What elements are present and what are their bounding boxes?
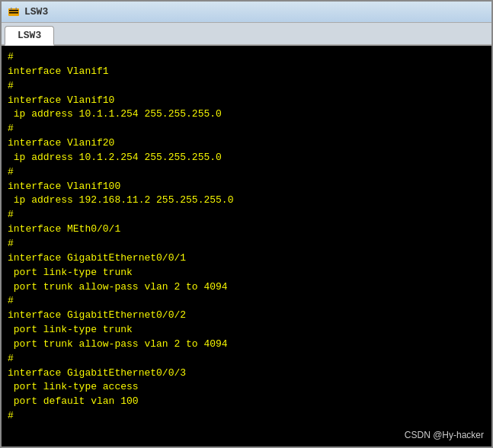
svg-rect-1 — [9, 10, 18, 11]
main-window: LSW3 LSW3 # interface Vlanif1 # interfac… — [0, 0, 493, 448]
tabs-bar: LSW3 — [2, 23, 491, 46]
svg-rect-4 — [16, 8, 18, 10]
terminal-output: # interface Vlanif1 # interface Vlanif10… — [8, 50, 485, 424]
svg-rect-3 — [11, 8, 12, 10]
title-bar: LSW3 — [2, 2, 491, 23]
watermark: CSDN @Hy-hacker — [405, 430, 484, 440]
window-icon — [8, 6, 20, 18]
tab-lsw3[interactable]: LSW3 — [5, 26, 54, 46]
svg-rect-2 — [9, 12, 18, 14]
terminal-area[interactable]: # interface Vlanif1 # interface Vlanif10… — [2, 46, 491, 446]
window-title: LSW3 — [24, 6, 48, 18]
